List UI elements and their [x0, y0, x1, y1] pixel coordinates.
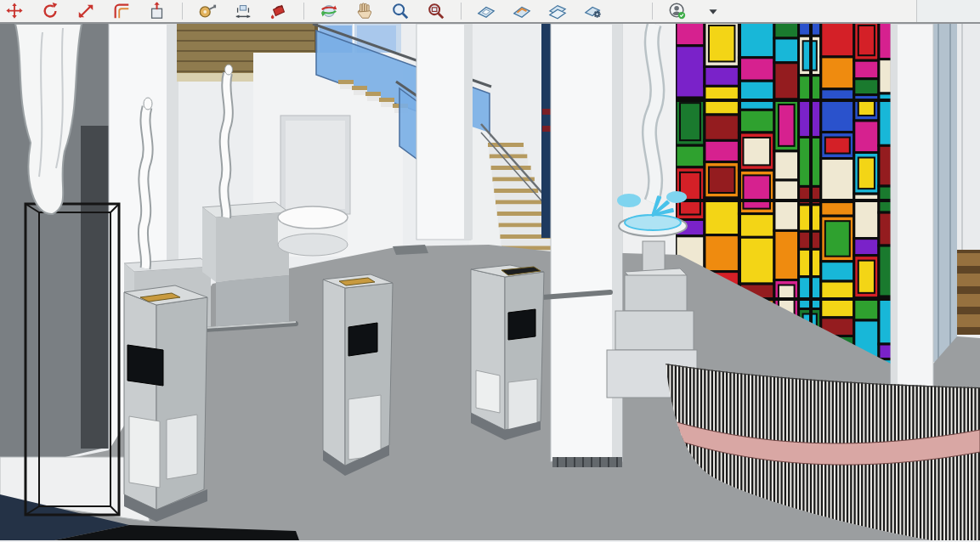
center-column[interactable]: [551, 24, 622, 467]
turnstile-2[interactable]: [323, 274, 393, 476]
offset-tool-button[interactable]: [110, 1, 133, 21]
pan-tool-button[interactable]: [354, 1, 376, 21]
pan-icon: [355, 2, 374, 20]
toolbar-separator: [182, 3, 183, 20]
column-a[interactable]: [416, 24, 473, 240]
chevron-down-icon: [704, 2, 722, 20]
section-display-button[interactable]: [547, 1, 569, 21]
toolbar-right-area: [916, 0, 980, 22]
model-viewport[interactable]: [0, 24, 980, 540]
tape-measure-icon: [198, 2, 217, 20]
section-settings-icon: [584, 2, 603, 20]
floor-mat: [393, 245, 428, 255]
turnstile-1[interactable]: [124, 285, 207, 522]
wall-accent-strip[interactable]: [541, 24, 552, 238]
section-cut-icon: [513, 2, 531, 20]
section-settings-button[interactable]: [582, 1, 604, 21]
round-table[interactable]: [278, 206, 348, 256]
user-account-icon: [668, 2, 687, 20]
section-display-icon: [548, 2, 567, 20]
toolbar-separator: [652, 3, 653, 20]
toolbar: [0, 0, 980, 24]
pushpull-tool-button[interactable]: [146, 1, 168, 21]
scale-icon: [76, 2, 95, 20]
dimension-icon: [234, 2, 252, 20]
orbit-icon: [320, 2, 338, 20]
scale-tool-button[interactable]: [75, 1, 97, 21]
toolbar-separator: [303, 3, 304, 20]
move-icon: [5, 2, 24, 20]
offset-icon: [112, 2, 131, 20]
section-cut-button[interactable]: [511, 1, 533, 21]
rotate-tool-button[interactable]: [39, 1, 61, 21]
zoom-window-button[interactable]: [425, 1, 447, 21]
rotate-icon: [41, 2, 59, 20]
right-glass-band[interactable]: [933, 24, 957, 362]
turnstile-3[interactable]: [471, 265, 544, 440]
tape-measure-button[interactable]: [196, 1, 218, 21]
section-plane-button[interactable]: [475, 1, 497, 21]
zoom-icon: [391, 2, 410, 20]
dimension-tool-button[interactable]: [232, 1, 254, 21]
orbit-tool-button[interactable]: [318, 1, 340, 21]
zoom-tool-button[interactable]: [389, 1, 411, 21]
scene-canvas[interactable]: [0, 24, 980, 540]
account-button[interactable]: [666, 1, 688, 21]
paint-bucket-icon: [269, 2, 288, 20]
move-tool-button[interactable]: [3, 1, 25, 21]
application-window: [0, 0, 980, 542]
far-right-wall[interactable]: [957, 24, 980, 250]
zoom-window-icon: [427, 2, 445, 20]
account-menu-button[interactable]: [702, 1, 724, 21]
section-plane-icon: [477, 2, 496, 20]
paint-bucket-button[interactable]: [268, 1, 290, 21]
pushpull-icon: [148, 2, 167, 20]
toolbar-separator: [461, 3, 462, 20]
